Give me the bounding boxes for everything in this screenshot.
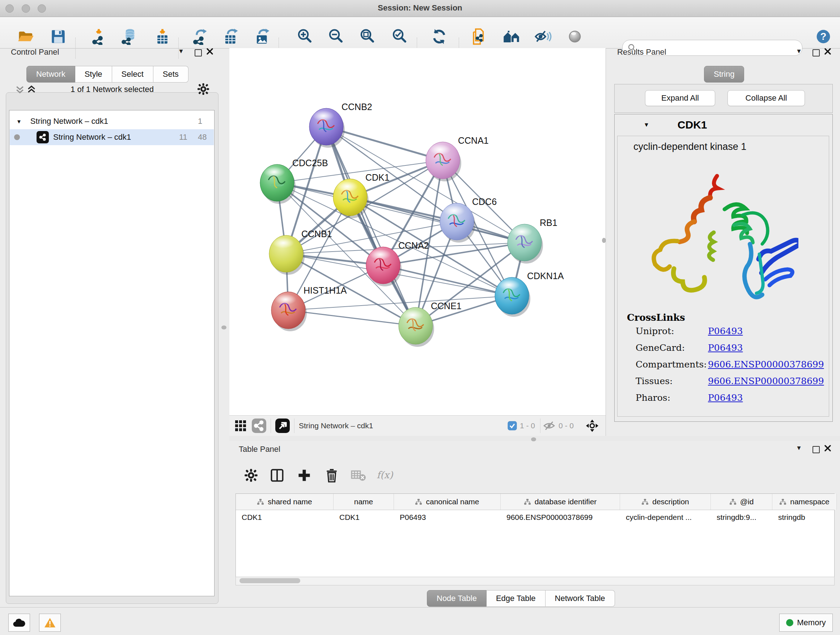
open-session-icon[interactable] — [16, 27, 36, 47]
export-network-icon[interactable] — [190, 27, 210, 47]
refresh-view-icon[interactable] — [429, 27, 449, 47]
node-label-CDKN1A: CDKN1A — [527, 271, 564, 281]
function-builder-icon[interactable]: f(x) — [376, 466, 395, 485]
delete-column-trash-icon[interactable] — [322, 466, 341, 485]
column-header-namespace[interactable]: namespace — [772, 494, 837, 510]
cell-canonical-name[interactable]: P06493 — [394, 510, 500, 524]
cell-description[interactable]: cyclin-dependent ... — [620, 510, 711, 524]
table-panel-close-icon[interactable] — [824, 445, 831, 452]
tab-node-table[interactable]: Node Table — [427, 590, 486, 607]
table-panel-float-icon[interactable] — [813, 446, 820, 453]
tab-string[interactable]: String — [704, 66, 744, 82]
cell-name[interactable]: CDK1 — [333, 510, 393, 524]
home-icon[interactable] — [501, 27, 522, 47]
results-panel-title: Results Panel — [617, 48, 666, 57]
show-graphics-details-icon[interactable] — [565, 27, 585, 47]
cell-database-identifier[interactable]: 9606.ENSP00000378699 — [501, 510, 620, 524]
control-panel-menu-icon[interactable]: ▼ — [178, 48, 184, 55]
crosslink-link[interactable]: P06493 — [708, 342, 743, 353]
column-header-name[interactable]: name — [333, 494, 394, 510]
left-splitter-handle[interactable] — [221, 325, 226, 329]
scrollbar-thumb[interactable] — [240, 578, 300, 583]
results-panel-menu-icon[interactable]: ▼ — [796, 48, 802, 55]
node-HIST1H1A[interactable] — [271, 292, 307, 331]
collapse-all-button[interactable]: Collapse All — [728, 90, 805, 106]
hide-graphics-details-icon[interactable] — [533, 27, 553, 47]
export-image-icon[interactable] — [253, 27, 273, 47]
node-CDC6[interactable] — [440, 203, 475, 242]
crosslink-link[interactable]: 9606.ENSP00000378699 — [708, 376, 824, 386]
create-column-icon[interactable] — [294, 466, 314, 485]
crosslink-link[interactable]: 9606.ENSP00000378699 — [708, 359, 824, 370]
tab-edge-table[interactable]: Edge Table — [486, 590, 546, 607]
import-network-file-icon[interactable] — [88, 27, 109, 47]
node-CDKN1A[interactable] — [495, 277, 531, 317]
edge-CCNB2-CCNE1[interactable] — [326, 127, 416, 326]
node-CCNE1[interactable] — [399, 307, 434, 347]
table-panel-menu-icon[interactable]: ▼ — [796, 445, 802, 452]
fit-content-icon[interactable] — [357, 27, 377, 47]
results-panel-float-icon[interactable] — [813, 49, 820, 57]
network-row[interactable]: String Network – cdk1 11 48 — [10, 129, 214, 145]
birds-eye-view-icon[interactable] — [275, 418, 290, 433]
help-icon[interactable]: ? — [813, 27, 834, 47]
crosslink-link[interactable]: P06493 — [708, 326, 743, 336]
collection-expander-icon[interactable]: ▼ — [16, 119, 22, 125]
tab-sets[interactable]: Sets — [153, 66, 188, 82]
column-header--id[interactable]: @id — [711, 494, 772, 510]
cell-namespace[interactable]: stringdb — [772, 510, 836, 524]
pan-mode-icon[interactable] — [585, 419, 599, 432]
column-header-database-identifier[interactable]: database identifier — [501, 494, 620, 510]
node-CDC25B[interactable] — [260, 165, 295, 204]
grid-mode-icon[interactable] — [234, 420, 247, 432]
table-options-gear-icon[interactable] — [241, 466, 261, 485]
column-header-canonical-name[interactable]: canonical name — [394, 494, 501, 510]
import-network-database-icon[interactable] — [119, 27, 139, 47]
edge-HIST1H1A-CCNE1[interactable] — [288, 310, 416, 326]
import-table-file-icon[interactable] — [152, 27, 172, 47]
cell-shared-name[interactable]: CDK1 — [236, 510, 333, 524]
export-table-icon[interactable] — [221, 27, 241, 47]
node-CCNA1[interactable] — [426, 142, 461, 181]
protein-header-row[interactable]: ▼ CDK1 — [615, 114, 832, 135]
expand-all-button[interactable]: Expand All — [645, 90, 715, 106]
memory-button[interactable]: Memory — [779, 614, 833, 632]
node-CCNB2[interactable] — [309, 108, 345, 148]
tab-style[interactable]: Style — [75, 66, 112, 82]
string-view-icon[interactable] — [252, 418, 266, 433]
zoom-selected-icon[interactable] — [389, 27, 409, 47]
zoom-out-icon[interactable] — [325, 27, 346, 47]
results-panel-close-icon[interactable] — [824, 48, 831, 55]
network-list-options-gear-icon[interactable] — [197, 82, 210, 96]
edge-CDK1-RB1[interactable] — [350, 197, 524, 242]
control-panel-float-icon[interactable] — [195, 49, 202, 57]
tab-select[interactable]: Select — [112, 66, 153, 82]
table-horizontal-scrollbar[interactable] — [235, 577, 835, 585]
cell--id[interactable]: stringdb:9... — [711, 510, 772, 524]
column-header-shared-name[interactable]: shared name — [236, 494, 333, 510]
protein-expander-icon[interactable]: ▼ — [644, 122, 649, 128]
hidden-eye-icon[interactable] — [543, 420, 556, 431]
delete-table-icon[interactable] — [349, 466, 368, 485]
bottom-splitter-handle[interactable] — [531, 437, 536, 441]
tab-network[interactable]: Network — [27, 66, 75, 82]
selected-checkbox-icon[interactable] — [508, 421, 517, 431]
column-header-description[interactable]: description — [620, 494, 711, 510]
cloud-status-button[interactable] — [8, 614, 30, 632]
titlebar: Session: New Session — [0, 0, 840, 17]
save-session-icon[interactable] — [48, 27, 68, 47]
network-collection-row[interactable]: ▼ String Network – cdk1 1 — [10, 113, 214, 129]
warnings-button[interactable] — [39, 614, 61, 632]
control-panel-close-icon[interactable] — [206, 48, 213, 55]
collapse-all-networks-icon[interactable] — [14, 84, 25, 95]
zoom-in-icon[interactable] — [294, 27, 315, 47]
node-RB1[interactable] — [508, 224, 543, 264]
crosslink-link[interactable]: P06493 — [708, 393, 743, 403]
right-splitter-handle[interactable] — [602, 238, 606, 243]
tab-network-table[interactable]: Network Table — [546, 590, 615, 607]
clone-network-icon[interactable] — [469, 27, 489, 47]
show-columns-icon[interactable] — [267, 466, 287, 485]
network-canvas[interactable]: CCNB2CCNA1CDC25BCDK1CDC6RB1CCNB1CCNA2CDK… — [229, 48, 606, 415]
node-label-CCNA2: CCNA2 — [398, 241, 429, 250]
expand-all-networks-icon[interactable] — [26, 84, 37, 95]
